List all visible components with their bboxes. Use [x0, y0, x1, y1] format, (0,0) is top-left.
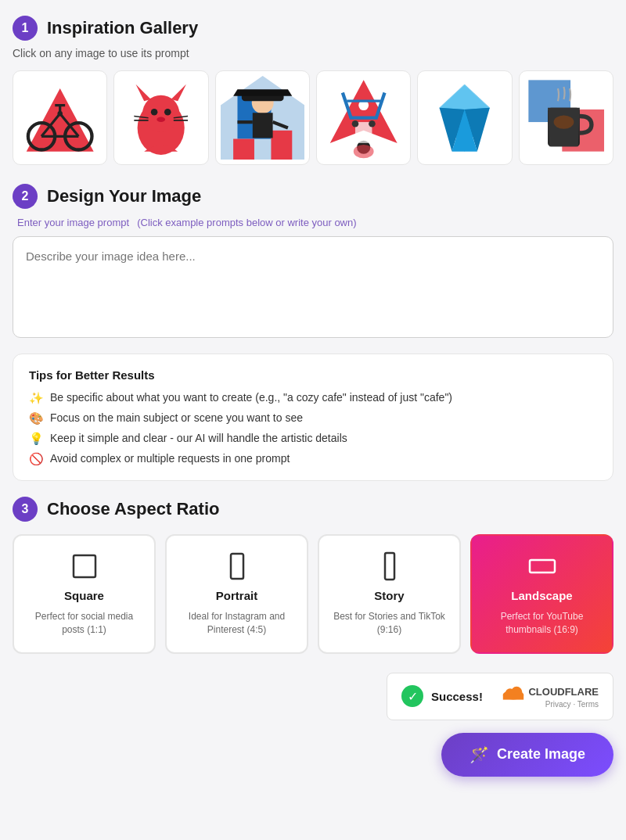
section3-title: Choose Aspect Ratio [47, 499, 219, 519]
section3-header: 3 Choose Aspect Ratio [13, 497, 613, 522]
cf-links: Privacy · Terms [545, 700, 599, 709]
story-icon [375, 551, 405, 581]
landscape-name: Landscape [511, 589, 572, 602]
square-name: Square [64, 589, 104, 602]
svg-rect-56 [503, 695, 523, 700]
tip-item-2: 🎨 Focus on the main subject or scene you… [29, 411, 597, 425]
svg-point-15 [157, 117, 166, 122]
section2-title: Design Your Image [47, 186, 201, 206]
prompt-label: Enter your image prompt (Click example p… [13, 215, 613, 228]
svg-point-33 [354, 145, 374, 158]
prompt-input[interactable] [13, 236, 613, 338]
svg-point-37 [369, 120, 376, 127]
svg-marker-39 [440, 84, 490, 109]
gallery-item-cart[interactable] [316, 70, 411, 165]
section1-title: Inspiration Gallery [47, 18, 198, 38]
landscape-icon [527, 551, 557, 581]
prompt-hint: (Click example prompts below or write yo… [137, 217, 356, 228]
inspiration-gallery-section: 1 Inspiration Gallery Click on any image… [13, 16, 613, 165]
section1-subtitle: Click on any image to use its prompt [13, 47, 613, 59]
tip-icon-3: 💡 [29, 432, 44, 446]
tip-text-2: Focus on the main subject or scene you w… [50, 411, 303, 424]
tip-item-1: ✨ Be specific about what you want to cre… [29, 391, 597, 405]
tip-text-3: Keep it simple and clear - our AI will h… [50, 432, 347, 444]
tip-icon-1: ✨ [29, 391, 44, 405]
portrait-icon [222, 551, 252, 581]
svg-rect-50 [231, 554, 243, 579]
portrait-desc: Ideal for Instagram and Pinterest (4:5) [176, 610, 297, 637]
aspect-ratio-section: 3 Choose Aspect Ratio Square Perfect for… [13, 497, 613, 654]
create-button-wrap: 🪄 Create Image [13, 733, 613, 777]
svg-marker-26 [233, 89, 292, 96]
svg-rect-51 [385, 553, 394, 580]
tip-icon-4: 🚫 [29, 452, 44, 466]
aspect-card-story[interactable]: Story Best for Stories and TikTok (9:16) [318, 534, 461, 654]
square-desc: Perfect for social media posts (1:1) [23, 610, 145, 637]
tip-item-4: 🚫 Avoid complex or multiple requests in … [29, 452, 597, 466]
tip-icon-2: 🎨 [29, 411, 44, 425]
tip-text-1: Be specific about what you want to creat… [50, 391, 452, 404]
section1-header: 1 Inspiration Gallery [13, 16, 613, 41]
create-button-label: Create Image [497, 746, 585, 763]
landscape-desc: Perfect for YouTube thumbnails (16:9) [481, 610, 603, 637]
cf-success-text: Success! [431, 690, 483, 703]
step1-circle: 1 [13, 16, 38, 41]
design-section: 2 Design Your Image Enter your image pro… [13, 184, 613, 481]
aspect-card-portrait[interactable]: Portrait Ideal for Instagram and Pintere… [165, 534, 308, 654]
aspect-grid: Square Perfect for social media posts (1… [13, 534, 613, 654]
aspect-card-square[interactable]: Square Perfect for social media posts (1… [13, 534, 156, 654]
svg-rect-23 [271, 131, 292, 160]
svg-rect-22 [233, 139, 254, 160]
svg-marker-11 [136, 84, 151, 101]
gallery-grid [13, 70, 613, 165]
wand-icon: 🪄 [470, 745, 489, 764]
story-desc: Best for Stories and TikTok (9:16) [329, 610, 450, 637]
cf-right: CLOUDFLARE Privacy · Terms [502, 684, 599, 709]
cf-logo: CLOUDFLARE [502, 684, 599, 700]
tip-text-4: Avoid complex or multiple requests in on… [50, 452, 290, 465]
step2-circle: 2 [13, 184, 38, 209]
tips-box: Tips for Better Results ✨ Be specific ab… [13, 354, 613, 481]
step3-circle: 3 [13, 497, 38, 522]
svg-point-13 [151, 109, 158, 116]
gallery-item-coffee[interactable] [519, 70, 613, 165]
svg-point-48 [553, 115, 574, 128]
svg-rect-49 [74, 555, 95, 577]
cf-brand-name: CLOUDFLARE [528, 686, 599, 698]
portrait-name: Portrait [216, 589, 257, 602]
cf-check-icon: ✓ [401, 685, 423, 707]
gallery-item-bike[interactable] [13, 70, 107, 165]
create-image-button[interactable]: 🪄 Create Image [441, 733, 613, 777]
cloudflare-box: ✓ Success! CLOUDFLARE Privacy · Terms [387, 673, 613, 720]
gallery-item-diamond[interactable] [417, 70, 512, 165]
svg-point-14 [164, 109, 171, 116]
svg-rect-52 [530, 560, 555, 573]
svg-point-8 [57, 111, 62, 116]
svg-point-36 [352, 120, 359, 127]
gallery-item-spy[interactable] [215, 70, 310, 165]
svg-point-10 [142, 95, 179, 132]
story-name: Story [374, 589, 404, 602]
tips-title: Tips for Better Results [29, 368, 597, 382]
svg-rect-27 [252, 113, 272, 138]
cloudflare-widget: ✓ Success! CLOUDFLARE Privacy · Terms [13, 673, 613, 720]
gallery-item-cat[interactable] [113, 70, 208, 165]
square-icon [70, 551, 99, 581]
svg-marker-12 [171, 84, 186, 101]
svg-marker-0 [27, 88, 94, 152]
cf-left: ✓ Success! [401, 685, 483, 707]
section2-header: 2 Design Your Image [13, 184, 613, 209]
tip-item-3: 💡 Keep it simple and clear - our AI will… [29, 432, 597, 446]
aspect-card-landscape[interactable]: Landscape Perfect for YouTube thumbnails… [470, 534, 613, 654]
